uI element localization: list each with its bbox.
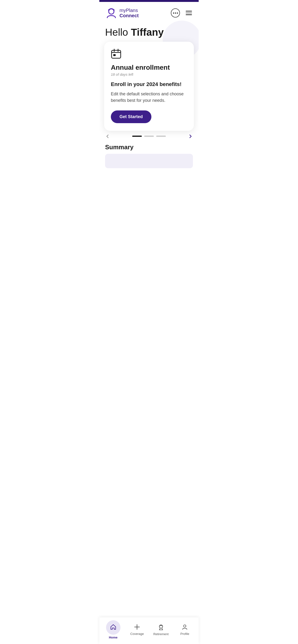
carousel-prev-button[interactable]: [105, 134, 110, 139]
summary-section: Summary: [99, 142, 199, 168]
carousel-dots: [132, 136, 166, 137]
home-label: Home: [109, 636, 117, 639]
days-left: 18 of days left: [111, 72, 187, 76]
bottom-nav: Home Coverage Retirement: [99, 618, 199, 644]
greeting-hello: Hello: [105, 26, 128, 38]
hamburger-line3: [186, 14, 192, 15]
card-container: Annual enrollment 18 of days left Enroll…: [99, 38, 199, 131]
enroll-heading: Enroll in your 2024 benefits!: [111, 81, 187, 88]
nav-home[interactable]: Home: [101, 620, 125, 639]
logo-icon: [105, 7, 117, 19]
greeting-name: Tiffany: [131, 26, 164, 38]
carousel-nav: [99, 131, 199, 142]
profile-icon: [182, 624, 188, 631]
home-circle: [106, 620, 120, 635]
summary-placeholder: [105, 154, 193, 168]
chat-icon: [171, 8, 180, 18]
carousel-dot-3[interactable]: [156, 136, 166, 137]
hamburger-line1: [186, 11, 192, 12]
svg-point-13: [184, 625, 186, 627]
menu-button[interactable]: [185, 10, 193, 16]
retirement-icon: [158, 624, 164, 631]
retirement-label: Retirement: [153, 632, 169, 636]
logo-line1: myPlans: [119, 8, 139, 13]
coverage-label: Coverage: [130, 632, 144, 636]
nav-retirement[interactable]: Retirement: [149, 624, 173, 636]
profile-label: Profile: [181, 632, 189, 636]
coverage-icon: [134, 624, 140, 631]
logo-text: myPlans Connect: [119, 8, 139, 18]
calendar-icon: [111, 48, 187, 60]
top-bar: myPlans Connect: [99, 2, 199, 23]
svg-rect-5: [113, 54, 116, 56]
hello-section: Hello Tiffany: [99, 23, 199, 38]
carousel-dot-1[interactable]: [132, 136, 142, 137]
header-actions: [170, 8, 193, 18]
carousel-dot-2[interactable]: [144, 136, 154, 137]
nav-coverage[interactable]: Coverage: [125, 624, 149, 636]
chat-dots-icon: [173, 12, 178, 14]
logo: myPlans Connect: [105, 7, 139, 19]
summary-title: Summary: [105, 144, 193, 151]
chat-button[interactable]: [170, 8, 181, 18]
status-bar: [99, 0, 199, 2]
enrollment-card: Annual enrollment 18 of days left Enroll…: [104, 42, 194, 131]
carousel-next-button[interactable]: [188, 134, 193, 139]
hamburger-line2: [186, 13, 192, 14]
home-icon: [110, 624, 116, 631]
enroll-desc: Edit the default selections and choose b…: [111, 91, 187, 104]
card-title: Annual enrollment: [111, 64, 187, 72]
svg-rect-1: [112, 50, 121, 58]
svg-point-12: [161, 625, 161, 626]
get-started-button[interactable]: Get Started: [111, 110, 152, 123]
logo-line2: Connect: [119, 13, 139, 18]
nav-profile[interactable]: Profile: [173, 624, 197, 636]
